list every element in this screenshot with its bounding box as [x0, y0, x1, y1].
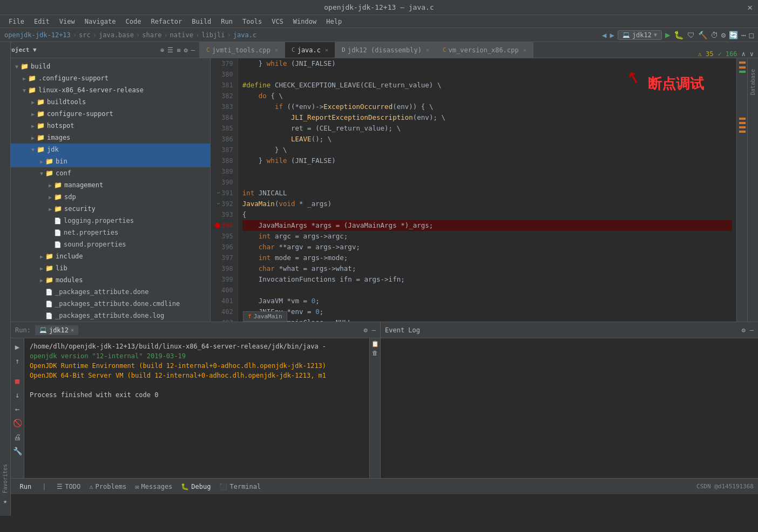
run-minimize-icon[interactable]: — — [372, 326, 376, 334]
back-nav-icon[interactable]: ◀ — [602, 31, 606, 39]
build-icon[interactable]: 🔨 — [698, 31, 707, 39]
tree-jdk[interactable]: ▼ 📁 jdk — [11, 144, 210, 155]
tab-close-vm[interactable]: ✕ — [523, 47, 526, 53]
tree-conf[interactable]: ▼ 📁 conf — [11, 167, 210, 179]
expand-icon[interactable]: ∧ — [742, 50, 746, 58]
coverage-icon[interactable]: 🛡 — [687, 31, 695, 39]
menu-item-tools[interactable]: Tools — [238, 17, 266, 26]
tree-management[interactable]: ▶ 📁 management — [11, 179, 210, 191]
menu-item-vcs[interactable]: VCS — [267, 17, 288, 26]
tree-configure-support[interactable]: ▶ 📁 .configure-support — [11, 72, 210, 84]
tree-configure-support2[interactable]: ▶ 📁 configure-support — [11, 108, 210, 120]
event-log-minimize[interactable]: — — [750, 326, 754, 334]
event-log-panel: Event Log ⚙ — — [380, 322, 758, 478]
ln-387: 387 — [215, 145, 233, 155]
menu-item-view[interactable]: View — [55, 17, 79, 26]
tab-vm-version[interactable]: C vm_version_x86.cpp ✕ — [436, 42, 533, 58]
menu-item-navigate[interactable]: Navigate — [80, 17, 120, 26]
ln-398: 398 — [215, 263, 233, 274]
sidebar-add-icon[interactable]: ⊕ — [160, 46, 164, 54]
tree-modules[interactable]: ▶ 📁 modules — [11, 274, 210, 286]
ln-397: 397 — [215, 253, 233, 263]
right-markers — [736, 58, 747, 322]
project-crumb[interactable]: openjdk-jdk-12+13 — [4, 31, 71, 39]
tree-buildtools[interactable]: ▶ 📁 buildtools — [11, 96, 210, 108]
tree-net[interactable]: ▶ 📄 net.properties — [11, 227, 210, 238]
debug-button-icon[interactable]: 🐛 — [674, 30, 684, 40]
wrench-icon[interactable]: 🔧 — [13, 447, 22, 455]
collapse2-icon[interactable]: ∨ — [750, 50, 754, 58]
tree-logging[interactable]: ▶ 📄 logging.properties — [11, 215, 210, 227]
tab-close-java-c[interactable]: ✕ — [325, 47, 328, 53]
sidebar-list-icon[interactable]: ☰ — [167, 46, 173, 54]
status-debug[interactable]: 🐛 Debug — [181, 483, 211, 490]
output-line-4 — [30, 380, 364, 390]
code-line-386: LEAVE(); \ — [242, 134, 732, 145]
up-icon[interactable]: ↑ — [15, 357, 19, 365]
maximize-icon[interactable]: □ — [749, 31, 754, 39]
tree-pkg-attr[interactable]: ▶ 📄 _packages_attribute.done — [11, 286, 210, 298]
tab-jvmti[interactable]: C jvmti_tools.cpp ✕ — [200, 42, 285, 58]
tree-linux-release[interactable]: ▼ 📁 linux-x86_64-server-release — [11, 84, 210, 96]
tree-images[interactable]: ▶ 📁 images — [11, 132, 210, 144]
tree-hotspot[interactable]: ▶ 📁 hotspot — [11, 120, 210, 132]
run-tab-close[interactable]: ✕ — [71, 327, 74, 333]
down-icon[interactable]: ↓ — [15, 391, 19, 399]
ln-383: 383 — [215, 101, 233, 112]
tree-bin[interactable]: ▶ 📁 bin — [11, 155, 210, 167]
play-icon[interactable]: ▶ — [15, 343, 19, 351]
run-button-icon[interactable]: ▶ — [665, 30, 671, 40]
menu-item-run[interactable]: Run — [216, 17, 237, 26]
status-terminal[interactable]: ⬛ Terminal — [219, 483, 261, 490]
event-log-settings[interactable]: ⚙ — [742, 326, 746, 334]
favorites-star[interactable]: ★ — [3, 497, 7, 505]
menu-item-window[interactable]: Window — [289, 17, 321, 26]
code-content[interactable]: } while (JNI_FALSE) #define CHECK_EXCEPT… — [238, 58, 736, 322]
sidebar-settings-icon[interactable]: ⚙ — [184, 46, 188, 54]
copy-output-icon[interactable]: 📋 — [371, 340, 379, 347]
ln-395: 395 — [215, 231, 233, 242]
tree-pkg-cmd[interactable]: ▶ 📄 _packages_attribute.done.cmdline — [11, 298, 210, 310]
tree-build[interactable]: ▼ 📁 build — [11, 60, 210, 72]
tree-sdp[interactable]: ▶ 📁 sdp — [11, 191, 210, 203]
profile-icon[interactable]: ⏱ — [710, 31, 718, 39]
menu-item-file[interactable]: File — [4, 17, 29, 26]
clear-icon[interactable]: 🚫 — [13, 419, 22, 427]
ln-390: 390 — [215, 177, 233, 188]
sidebar-close-icon[interactable]: — — [191, 46, 195, 54]
print-icon[interactable]: 🖨 — [13, 433, 21, 441]
run-settings-icon[interactable]: ⚙ — [364, 326, 368, 334]
tab-disasm[interactable]: D jdk12 (disassembly) ✕ — [335, 42, 436, 58]
left-icon[interactable]: ← — [15, 405, 19, 413]
menu-item-refactor[interactable]: Refactor — [146, 17, 186, 26]
status-todo[interactable]: ☰ TODO — [57, 483, 80, 490]
status-messages[interactable]: ✉ Messages — [135, 483, 172, 490]
tree-lib[interactable]: ▶ 📁 lib — [11, 262, 210, 274]
tab-close-jvmti[interactable]: ✕ — [275, 47, 278, 53]
code-area: 379 380 381 382 383 384 385 386 387 388 … — [211, 58, 747, 322]
run-config-tab[interactable]: 💻 jdk12 ✕ — [35, 325, 78, 335]
run-config-selector[interactable]: 💻 jdk12 ▼ — [618, 30, 662, 40]
stop-icon[interactable]: ■ — [15, 377, 19, 385]
menu-item-edit[interactable]: Edit — [30, 17, 54, 26]
database-panel[interactable]: Database — [747, 58, 758, 322]
tree-pkg-log[interactable]: ▶ 📄 _packages_attribute.done.log — [11, 310, 210, 322]
update-icon[interactable]: 🔄 — [729, 31, 738, 39]
forward-nav-icon[interactable]: ▶ — [610, 31, 614, 39]
ln-402: 402 — [215, 306, 233, 317]
menu-item-build[interactable]: Build — [187, 17, 215, 26]
more-icon[interactable]: ⋯ — [741, 31, 746, 39]
settings-icon[interactable]: ⚙ — [721, 31, 726, 39]
ln-391: ↩391 — [215, 188, 233, 199]
tree-sound[interactable]: ▶ 📄 sound.properties — [11, 238, 210, 250]
menu-item-help[interactable]: Help — [322, 17, 346, 26]
tab-close-disasm[interactable]: ✕ — [426, 47, 429, 53]
tree-include[interactable]: ▶ 📁 include — [11, 250, 210, 262]
menu-item-code[interactable]: Code — [121, 17, 146, 26]
filter-icon[interactable]: 🗑 — [372, 350, 378, 357]
tree-security[interactable]: ▶ 📁 security — [11, 203, 210, 215]
tab-java-c[interactable]: C java.c ✕ — [285, 42, 335, 58]
status-problems[interactable]: ⚠ Problems — [89, 483, 126, 490]
close-button[interactable]: ✕ — [747, 2, 753, 12]
sidebar-collapse-icon[interactable]: ≡ — [177, 46, 180, 54]
